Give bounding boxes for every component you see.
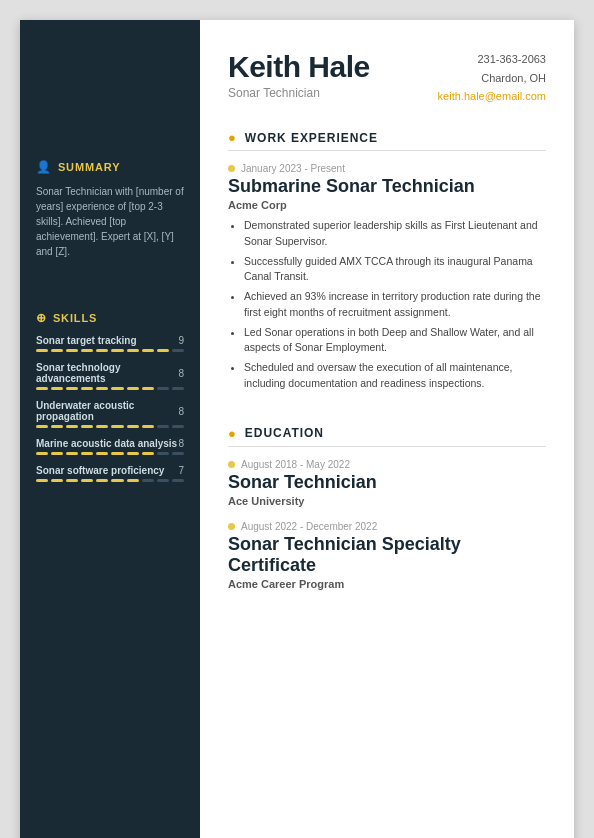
skill-dot-filled [51, 425, 63, 428]
sidebar-top-spacer [36, 40, 184, 160]
skill-dot-filled [127, 349, 139, 352]
edu-item: August 2018 - May 2022Sonar TechnicianAc… [228, 459, 546, 507]
skill-dot-filled [157, 349, 169, 352]
skill-dot-empty [172, 349, 184, 352]
job-company: Acme Corp [228, 199, 546, 211]
skill-name: Underwater acoustic propagation8 [36, 400, 184, 422]
briefcase-icon: ● [228, 130, 237, 145]
graduation-icon: ● [228, 426, 237, 441]
job-title: Submarine Sonar Technician [228, 176, 546, 197]
skill-dot-filled [111, 479, 123, 482]
job-date: January 2023 - Present [228, 163, 546, 174]
skill-dot-empty [172, 425, 184, 428]
skill-dot-filled [96, 425, 108, 428]
phone-number: 231-363-2063 [438, 50, 546, 69]
header-left: Keith Hale Sonar Technician [228, 50, 370, 100]
location: Chardon, OH [438, 69, 546, 88]
skill-dot-filled [81, 349, 93, 352]
skill-dot-empty [157, 425, 169, 428]
edu-date: August 2022 - December 2022 [228, 521, 546, 532]
job-bullet: Achieved an 93% increase in territory pr… [244, 289, 546, 321]
skill-dot-filled [51, 452, 63, 455]
jobs-list: January 2023 - PresentSubmarine Sonar Te… [228, 163, 546, 392]
email-address: keith.hale@email.com [438, 87, 546, 106]
skill-dot-filled [36, 349, 48, 352]
skill-dot-filled [127, 452, 139, 455]
resume-document: 👤 SUMMARY Sonar Technician with [number … [20, 20, 574, 838]
skill-dots [36, 425, 184, 428]
candidate-title: Sonar Technician [228, 86, 370, 100]
edu-title: Sonar Technician Specialty Certificate [228, 534, 546, 576]
education-title: ● EDUCATION [228, 426, 546, 447]
skill-name: Sonar target tracking9 [36, 335, 184, 346]
main-content: Keith Hale Sonar Technician 231-363-2063… [200, 20, 574, 838]
education-list: August 2018 - May 2022Sonar TechnicianAc… [228, 459, 546, 590]
job-bullet: Successfully guided AMX TCCA through its… [244, 254, 546, 286]
edu-date: August 2018 - May 2022 [228, 459, 546, 470]
skills-icon: ⊕ [36, 311, 47, 325]
skill-dots [36, 452, 184, 455]
skill-dot-filled [111, 425, 123, 428]
job-bullet: Demonstrated superior leadership skills … [244, 218, 546, 250]
resume-header: Keith Hale Sonar Technician 231-363-2063… [228, 50, 546, 106]
skill-item: Sonar software proficiency7 [36, 465, 184, 482]
skill-dot-empty [157, 479, 169, 482]
skill-dot-empty [157, 452, 169, 455]
skill-dot-filled [51, 387, 63, 390]
edu-institution: Ace University [228, 495, 546, 507]
skill-dot-filled [81, 479, 93, 482]
skill-dot-filled [96, 349, 108, 352]
summary-text: Sonar Technician with [number of years] … [36, 184, 184, 259]
work-experience-section: ● WORK EXPERIENCE January 2023 - Present… [228, 130, 546, 406]
skill-dots [36, 349, 184, 352]
skill-dot-filled [66, 479, 78, 482]
skill-dot-filled [51, 349, 63, 352]
job-bullets: Demonstrated superior leadership skills … [244, 218, 546, 392]
skill-dot-empty [172, 479, 184, 482]
skill-dot-filled [142, 349, 154, 352]
skill-dot-filled [66, 425, 78, 428]
skill-dot-filled [36, 452, 48, 455]
skill-dot-filled [142, 387, 154, 390]
skill-dot-filled [111, 387, 123, 390]
skill-dot-filled [127, 479, 139, 482]
skill-dot-filled [142, 425, 154, 428]
skills-section: ⊕ SKILLS Sonar target tracking9Sonar tec… [36, 311, 184, 492]
work-experience-title: ● WORK EXPERIENCE [228, 130, 546, 151]
skill-dot-filled [66, 349, 78, 352]
skill-name: Sonar software proficiency7 [36, 465, 184, 476]
skill-dot-filled [81, 452, 93, 455]
skill-dot-filled [96, 479, 108, 482]
skill-dot-empty [157, 387, 169, 390]
skill-name: Marine acoustic data analysis8 [36, 438, 184, 449]
skill-dots [36, 479, 184, 482]
skill-dot-filled [127, 425, 139, 428]
skill-dot-filled [36, 425, 48, 428]
skill-dot-empty [172, 387, 184, 390]
edu-item: August 2022 - December 2022Sonar Technic… [228, 521, 546, 590]
skill-dot-empty [142, 479, 154, 482]
skill-dot-filled [96, 452, 108, 455]
skill-dot-filled [81, 425, 93, 428]
skill-dot-filled [81, 387, 93, 390]
skill-dot-filled [142, 452, 154, 455]
skills-list: Sonar target tracking9Sonar technology a… [36, 335, 184, 482]
skill-dot-filled [36, 479, 48, 482]
header-right: 231-363-2063 Chardon, OH keith.hale@emai… [438, 50, 546, 106]
sidebar: 👤 SUMMARY Sonar Technician with [number … [20, 20, 200, 838]
skill-item: Sonar technology advancements8 [36, 362, 184, 390]
candidate-name: Keith Hale [228, 50, 370, 84]
skill-dot-filled [51, 479, 63, 482]
skill-dot-filled [96, 387, 108, 390]
skill-dot-filled [111, 452, 123, 455]
job-bullet: Led Sonar operations in both Deep and Sh… [244, 325, 546, 357]
skill-item: Marine acoustic data analysis8 [36, 438, 184, 455]
skill-dot-filled [66, 452, 78, 455]
edu-institution: Acme Career Program [228, 578, 546, 590]
person-icon: 👤 [36, 160, 52, 174]
skill-item: Sonar target tracking9 [36, 335, 184, 352]
job-item: January 2023 - PresentSubmarine Sonar Te… [228, 163, 546, 392]
edu-title: Sonar Technician [228, 472, 546, 493]
skill-dot-filled [36, 387, 48, 390]
skill-item: Underwater acoustic propagation8 [36, 400, 184, 428]
